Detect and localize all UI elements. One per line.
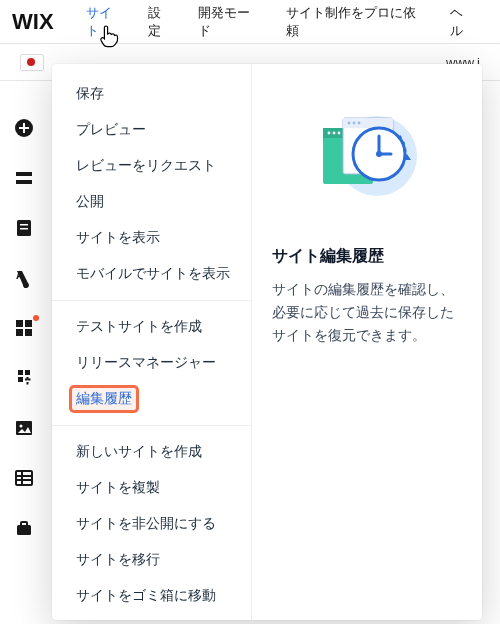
menu-item-label: モバイルでサイトを表示 <box>76 266 230 281</box>
rail-add-icon[interactable] <box>14 118 34 138</box>
svg-point-29 <box>358 122 361 125</box>
svg-text:A: A <box>16 270 23 281</box>
svg-rect-1 <box>16 172 32 176</box>
svg-rect-10 <box>25 329 32 336</box>
rail-apps-badge <box>33 315 39 321</box>
nav-help[interactable]: ヘル <box>450 4 476 40</box>
site-menu-list: 保存プレビューレビューをリクエスト公開サイトを表示モバイルでサイトを表示テストサ… <box>52 64 252 620</box>
rail-sections-icon[interactable] <box>14 168 34 188</box>
nav-site[interactable]: サイト <box>86 4 124 40</box>
menu-item[interactable]: プレビュー <box>52 112 251 148</box>
menu-separator <box>52 300 251 301</box>
menu-item-label: 公開 <box>76 194 104 209</box>
svg-rect-8 <box>25 320 32 327</box>
detail-illustration <box>272 88 462 228</box>
menu-item[interactable]: サイトを表示 <box>52 220 251 256</box>
rail-media-icon[interactable] <box>14 418 34 438</box>
menu-item[interactable]: サイトをゴミ箱に移動 <box>52 578 251 614</box>
menu-item[interactable]: 公開 <box>52 184 251 220</box>
detail-title: サイト編集履歴 <box>272 246 462 267</box>
nav-hire-pro[interactable]: サイト制作をプロに依頼 <box>286 4 427 40</box>
menu-item-label: サイトを表示 <box>76 230 160 245</box>
detail-description: サイトの編集履歴を確認し、必要に応じて過去に保存したサイトを復元できます。 <box>272 279 462 348</box>
menu-item-label: サイトを複製 <box>76 480 160 495</box>
svg-rect-7 <box>16 320 23 327</box>
menu-item-label: プレビュー <box>76 122 146 137</box>
rail-pages-icon[interactable] <box>14 218 34 238</box>
wix-logo: WIX <box>12 9 54 35</box>
menu-item[interactable]: サイトを複製 <box>52 470 251 506</box>
svg-point-22 <box>328 132 331 135</box>
menu-item[interactable]: 保存 <box>52 76 251 112</box>
svg-rect-18 <box>21 522 27 526</box>
top-bar: WIX サイト 設定 開発モード サイト制作をプロに依頼 ヘル <box>0 0 500 44</box>
menu-item-label: テストサイトを作成 <box>76 319 202 334</box>
menu-detail-panel: サイト編集履歴 サイトの編集履歴を確認し、必要に応じて過去に保存したサイトを復元… <box>252 64 482 620</box>
svg-rect-9 <box>16 329 23 336</box>
svg-point-27 <box>348 122 351 125</box>
menu-item-label: 編集履歴 <box>72 388 136 410</box>
svg-point-12 <box>20 425 23 428</box>
svg-point-24 <box>338 132 341 135</box>
menu-item[interactable]: モバイルでサイトを表示 <box>52 256 251 292</box>
svg-rect-26 <box>343 118 393 128</box>
locale-flag-jp-icon[interactable] <box>20 54 44 71</box>
menu-item[interactable]: テストサイトを作成 <box>52 309 251 345</box>
nav-settings[interactable]: 設定 <box>148 4 174 40</box>
menu-item-label: レビューをリクエスト <box>76 158 216 173</box>
menu-item[interactable]: 新しいサイトを作成 <box>52 434 251 470</box>
left-rail: A <box>0 80 48 538</box>
svg-point-28 <box>353 122 356 125</box>
site-menu-dropdown: 保存プレビューレビューをリクエスト公開サイトを表示モバイルでサイトを表示テストサ… <box>52 64 482 620</box>
svg-point-34 <box>376 151 382 157</box>
menu-item-label: サイトを非公開にする <box>76 516 216 531</box>
rail-apps2-icon[interactable] <box>14 368 34 388</box>
menu-item[interactable]: レビューをリクエスト <box>52 148 251 184</box>
rail-business-icon[interactable] <box>14 518 34 538</box>
menu-item[interactable]: リリースマネージャー <box>52 345 251 381</box>
menu-item-label: 保存 <box>76 86 104 101</box>
menu-item[interactable]: サイトを移行 <box>52 542 251 578</box>
menu-item-label: 新しいサイトを作成 <box>76 444 202 459</box>
menu-item-site-history[interactable]: 編集履歴 <box>52 381 251 417</box>
menu-item[interactable]: サイトを非公開にする <box>52 506 251 542</box>
menu-item-label: サイトをゴミ箱に移動 <box>76 588 216 603</box>
rail-design-icon[interactable]: A <box>14 268 34 288</box>
svg-point-23 <box>333 132 336 135</box>
nav-dev-mode[interactable]: 開発モード <box>198 4 262 40</box>
svg-rect-2 <box>16 180 32 184</box>
menu-item-label: リリースマネージャー <box>76 355 216 370</box>
rail-apps-icon[interactable] <box>14 318 34 338</box>
svg-rect-13 <box>16 471 32 485</box>
svg-rect-5 <box>20 228 28 230</box>
menu-item-label: サイトを移行 <box>76 552 160 567</box>
svg-rect-4 <box>20 224 28 226</box>
rail-data-icon[interactable] <box>14 468 34 488</box>
menu-separator <box>52 425 251 426</box>
